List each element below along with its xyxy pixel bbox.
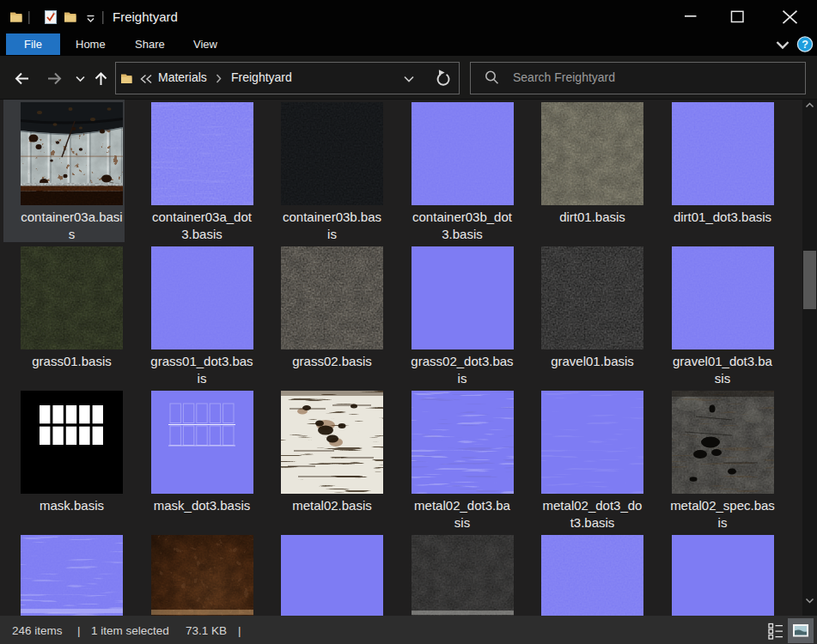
svg-text:?: ? (802, 39, 808, 51)
svg-text:Freightyard: Freightyard (113, 9, 178, 24)
